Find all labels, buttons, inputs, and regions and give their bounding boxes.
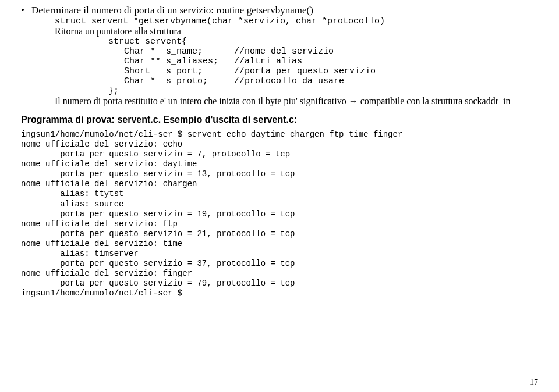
explain-suffix: compatibile con la struttura sockaddr_in [358,96,511,106]
struct-line-3: Short s_port; //porta per questo servizi… [21,66,538,76]
output-line: nome ufficiale del servizio: chargen [21,179,538,189]
output-line: nome ufficiale del servizio: ftp [21,219,538,229]
return-description: Ritorna un puntatore alla struttura [21,26,538,37]
output-line: alias: source [21,199,538,209]
explain-prefix: Il numero di porta restituito e' un inte… [55,96,349,106]
output-line: ingsun1/home/mumolo/net/cli-ser $ serven… [21,130,538,140]
output-line: porta per questo servizio = 7, protocoll… [21,149,538,159]
bullet-dot: • [21,5,31,16]
output-line: ingsun1/home/mumolo/net/cli-ser $ [21,288,538,298]
program-title: Programma di prova: servent.c. Esempio d… [21,115,538,125]
output-line: nome ufficiale del servizio: finger [21,269,538,279]
output-line: porta per questo servizio = 37, protocol… [21,259,538,269]
struct-line-1: Char * s_name; //nome del servizio [21,47,538,56]
bullet-text: Determinare il numero di porta di un ser… [31,5,313,16]
output-line: alias: timserver [21,249,538,259]
bullet-item: • Determinare il numero di porta di un s… [21,5,538,16]
output-line: nome ufficiale del servizio: time [21,239,538,249]
struct-line-0: struct servent{ [21,37,538,47]
function-declaration: struct servent *getservbyname(char *serv… [21,16,538,26]
output-line: alias: ttytst [21,189,538,199]
output-line: porta per questo servizio = 79, protocol… [21,279,538,288]
output-line: porta per questo servizio = 13, protocol… [21,169,538,179]
output-line: porta per questo servizio = 19, protocol… [21,209,538,219]
output-line: nome ufficiale del servizio: daytime [21,159,538,169]
struct-line-5: }; [21,86,538,96]
struct-line-2: Char ** s_aliases; //altri alias [21,56,538,66]
page-number: 17 [530,378,538,387]
output-line: nome ufficiale del servizio: echo [21,140,538,149]
struct-line-4: Char * s_proto; //protocollo da usare [21,76,538,86]
output-line: porta per questo servizio = 21, protocol… [21,229,538,239]
explanation-line: Il numero di porta restituito e' un inte… [21,96,538,106]
arrow-icon: → [349,96,358,106]
